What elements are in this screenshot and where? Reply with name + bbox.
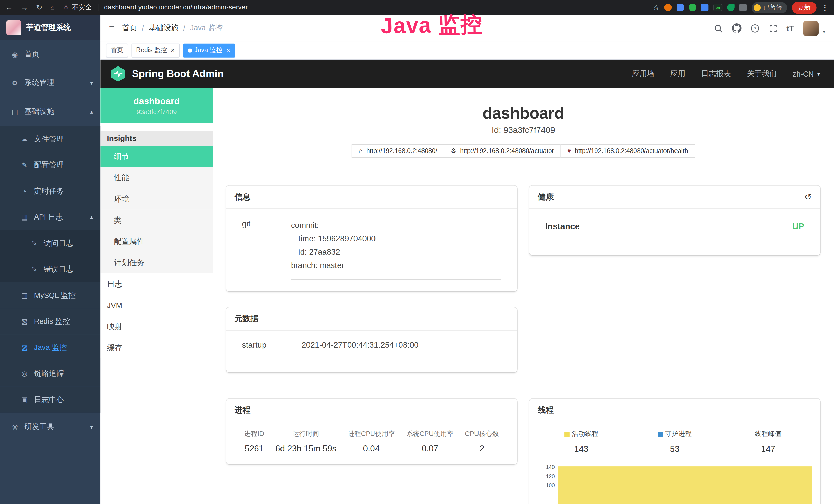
avatar[interactable]	[803, 21, 818, 36]
back-button[interactable]: ←	[5, 4, 13, 11]
breadcrumb-separator: /	[142, 24, 144, 32]
sba-nav-about[interactable]: 关于我们	[747, 69, 777, 78]
sidebar-item-java-monitor[interactable]: ▨ Java 监控	[0, 335, 101, 361]
extension-icon-on-switch[interactable]: on	[713, 4, 722, 11]
bookmark-star-icon[interactable]: ☆	[653, 4, 660, 11]
browser-menu-icon[interactable]: ⋮	[821, 3, 829, 12]
sidebar-item-error-log[interactable]: ✎ 错误日志	[0, 256, 101, 282]
legend-peak-threads: 线程峰值 147	[722, 430, 815, 454]
active-dot-icon	[188, 48, 192, 52]
sba-nav-details[interactable]: 细节	[101, 145, 213, 167]
instance-title: dashboard	[213, 104, 834, 122]
sba-nav-configprops[interactable]: 配置属性	[101, 231, 213, 252]
chevron-down-icon[interactable]: ▾	[823, 28, 825, 36]
sidebar-item-label: 文件管理	[34, 134, 64, 144]
sba-nav-classes[interactable]: 类	[101, 209, 213, 231]
card-title: 进程	[235, 405, 250, 415]
sidebar-item-scheduled-jobs[interactable]: ◔ 定时任务	[0, 178, 101, 204]
info-line: commit:	[291, 219, 501, 232]
sidebar-item-file-manage[interactable]: ☁ 文件管理	[0, 126, 101, 152]
sidebar-item-mysql-monitor[interactable]: ▥ MySQL 监控	[0, 282, 101, 308]
status-badge: UP	[792, 222, 804, 231]
health-card: 健康 ↺ Instance UP	[529, 186, 820, 255]
sba-brand-name[interactable]: Spring Boot Admin	[132, 68, 224, 80]
sidebar-toggle-icon[interactable]: ≡	[109, 23, 115, 33]
process-stat: 进程ID 5261	[244, 430, 264, 453]
font-size-icon[interactable]: tT	[787, 24, 794, 32]
search-icon[interactable]	[714, 24, 723, 32]
extension-icon-orange[interactable]	[664, 4, 672, 11]
browser-update-button[interactable]: 更新	[792, 1, 816, 14]
screen: ← → ↻ ⌂ ⚠ 不安全 dashboard.yudao.iocoder.cn…	[0, 0, 834, 504]
sba-nav-caches[interactable]: 缓存	[101, 337, 213, 359]
sidebar-item-trace[interactable]: ◎ 链路追踪	[0, 361, 101, 386]
sidebar-item-access-log[interactable]: ✎ 访问日志	[0, 230, 101, 256]
reload-button[interactable]: ↻	[36, 4, 42, 11]
extension-icon-green-circle[interactable]	[689, 4, 696, 11]
sidebar-item-system[interactable]: ⚙ 系统管理 ▾	[0, 69, 101, 97]
sba-nav-environment[interactable]: 环境	[101, 188, 213, 209]
app-shell: 芋道管理系统 ◉ 首页 ⚙ 系统管理 ▾ ▤ 基础设施 ▴ ☁	[0, 15, 834, 504]
address-divider	[97, 4, 98, 11]
actuator-url-link[interactable]: ⚙ http://192.168.0.2:48080/actuator	[444, 144, 561, 158]
sidebar-item-label: Java 监控	[34, 343, 67, 352]
breadcrumb-home[interactable]: 首页	[122, 23, 137, 33]
sba-locale-select[interactable]: zh-CN ▾	[793, 70, 820, 78]
sidebar-item-label: 日志中心	[34, 395, 64, 404]
sidebar-item-home[interactable]: ◉ 首页	[0, 40, 101, 69]
info-line: branch: master	[291, 258, 501, 272]
threads-card-body: 活动线程 143 守护进程	[529, 422, 820, 504]
github-icon[interactable]	[732, 23, 741, 33]
sidebar-item-dev-tools[interactable]: ⚒ 研发工具 ▾	[0, 413, 101, 441]
clock-icon: ◔	[20, 187, 29, 195]
card-title: 元数据	[235, 314, 258, 324]
address-bar[interactable]: ⚠ 不安全 dashboard.yudao.iocoder.cn/infra/a…	[60, 3, 648, 12]
service-url-link[interactable]: ⌂ http://192.168.0.2:48080/	[352, 144, 444, 158]
close-icon[interactable]: ×	[226, 47, 231, 54]
tag-redis-monitor[interactable]: Redis 监控 ×	[131, 43, 179, 57]
breadcrumb: 首页 / 基础设施 / Java 监控	[122, 23, 223, 33]
wrench-icon: ⚙	[451, 147, 456, 155]
extension-icon-blue-drop[interactable]	[677, 4, 684, 11]
sidebar-item-redis-monitor[interactable]: ▧ Redis 监控	[0, 308, 101, 334]
health-row[interactable]: Instance UP	[545, 222, 804, 240]
extension-icon-leaf[interactable]	[727, 4, 734, 11]
sidebar-item-config-manage[interactable]: ✎ 配置管理	[0, 152, 101, 178]
card-title: 信息	[235, 192, 250, 202]
sba-nav-journal[interactable]: 日志报表	[701, 69, 731, 78]
tag-label: Redis 监控	[136, 46, 167, 55]
close-icon[interactable]: ×	[171, 47, 175, 54]
sba-nav-applications[interactable]: 应用	[671, 69, 685, 78]
sba-nav-metrics[interactable]: 性能	[101, 167, 213, 188]
stat-label: 进程ID	[244, 430, 264, 438]
sba-nav-wall[interactable]: 应用墙	[632, 69, 655, 78]
legend-label: 线程峰值	[755, 430, 782, 438]
sba-nav-jvm[interactable]: JVM	[101, 295, 213, 316]
browser-home-button[interactable]: ⌂	[50, 4, 55, 11]
forward-button[interactable]: →	[21, 4, 28, 11]
sidebar-item-log-center[interactable]: ▣ 日志中心	[0, 386, 101, 412]
heart-icon: ♥	[567, 147, 571, 155]
sidebar-item-api-log[interactable]: ▦ API 日志 ▴	[0, 204, 101, 230]
health-url-link[interactable]: ♥ http://192.168.0.2:48080/actuator/heal…	[561, 144, 695, 158]
extension-icon-grid[interactable]	[701, 4, 708, 11]
tags-view: 首页 Redis 监控 × Java 监控 ×	[101, 42, 834, 60]
tag-java-monitor[interactable]: Java 监控 ×	[183, 43, 235, 57]
proxy-paused-badge[interactable]: 已暂停	[751, 2, 787, 13]
brand[interactable]: 芋道管理系统	[0, 15, 101, 40]
instance-header[interactable]: dashboard 93a3fc7f7409	[101, 88, 213, 123]
breadcrumb-infra[interactable]: 基础设施	[149, 23, 178, 33]
locale-label: zh-CN	[793, 70, 814, 78]
stat-label: CPU核心数	[465, 430, 499, 438]
tag-home[interactable]: 首页	[106, 43, 128, 57]
fullscreen-icon[interactable]	[768, 24, 777, 32]
sba-nav-logfile[interactable]: 日志	[101, 273, 213, 295]
sba-nav-mappings[interactable]: 映射	[101, 316, 213, 337]
sidebar-item-infra[interactable]: ▤ 基础设施 ▴	[0, 97, 101, 126]
legend-daemon-threads: 守护进程 53	[628, 430, 722, 454]
history-refresh-icon[interactable]: ↺	[805, 192, 812, 202]
extensions-menu-icon[interactable]	[739, 4, 747, 11]
sba-nav-scheduled-tasks[interactable]: 计划任务	[101, 252, 213, 273]
paused-label: 已暂停	[763, 3, 783, 12]
help-icon[interactable]: ?	[750, 24, 759, 32]
